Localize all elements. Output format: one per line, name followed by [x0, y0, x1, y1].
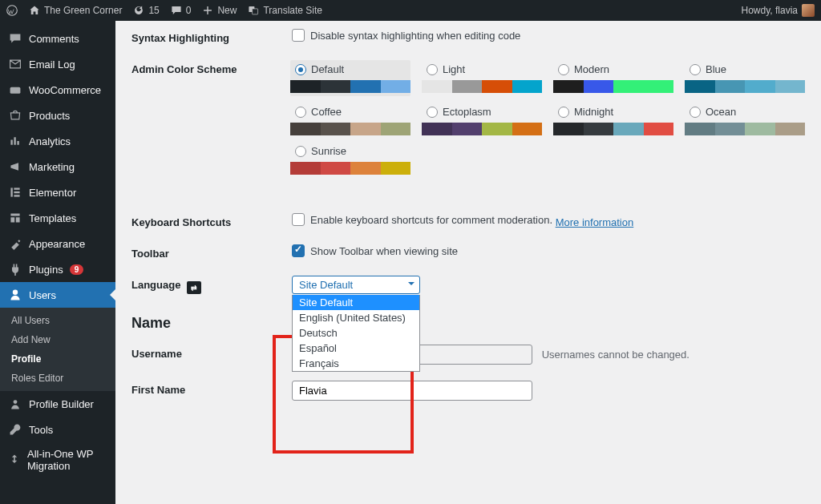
sidebar-item-label: Appearance [29, 238, 85, 250]
scheme-radio[interactable] [690, 64, 701, 75]
scheme-sunrise[interactable]: Sunrise [290, 142, 410, 175]
svg-rect-6 [14, 192, 19, 193]
svg-rect-7 [14, 195, 19, 196]
sidebar-item-marketing[interactable]: Marketing [0, 154, 115, 179]
sidebar-item-profile-builder[interactable]: Profile Builder [0, 391, 115, 417]
sidebar-item-all-in-one-wp-migration[interactable]: All-in-One WP Migration [0, 442, 115, 478]
scheme-ectoplasm[interactable]: Ectoplasm [422, 103, 542, 135]
swatch-row [685, 123, 805, 135]
syntax-checkbox[interactable] [292, 29, 305, 42]
tools-icon [8, 422, 22, 437]
analytics-icon [8, 134, 22, 148]
sidebar-item-woocommerce[interactable]: WooCommerce [0, 77, 115, 103]
sidebar-item-tools[interactable]: Tools [0, 417, 115, 442]
swatch-row [290, 162, 410, 175]
scheme-name: Default [311, 63, 344, 75]
swatch-row [685, 80, 805, 93]
translate-icon: ⇄ [187, 281, 201, 294]
sidebar-item-label: Users [29, 289, 56, 301]
sidebar-item-label: Comments [29, 33, 79, 45]
language-option[interactable]: Français [293, 356, 419, 371]
sidebar-item-plugins[interactable]: Plugins 9 [0, 256, 115, 282]
scheme-radio[interactable] [295, 64, 306, 75]
sidebar-item-comments[interactable]: Comments [0, 26, 115, 51]
badge: 9 [70, 264, 84, 275]
sidebar-item-label: Tools [29, 424, 53, 436]
language-option[interactable]: Español [293, 341, 419, 356]
sidebar-item-email-log[interactable]: Email Log [0, 51, 115, 77]
scheme-radio[interactable] [690, 107, 701, 118]
scheme-label: Admin Color Scheme [131, 60, 290, 75]
updates-link[interactable]: 15 [133, 5, 159, 16]
sidebar-item-products[interactable]: Products [0, 103, 115, 128]
site-name-link[interactable]: The Green Corner [29, 5, 122, 16]
scheme-radio[interactable] [427, 64, 438, 75]
toolbar-label: Toolbar [131, 244, 292, 260]
wp-logo[interactable] [6, 5, 18, 16]
scheme-coffee[interactable]: Coffee [290, 103, 410, 135]
toolbar-checkbox-wrap[interactable]: Show Toolbar when viewing site [292, 244, 458, 257]
scheme-ocean[interactable]: Ocean [685, 103, 805, 135]
avatar [802, 4, 815, 17]
syntax-checkbox-wrap[interactable]: Disable syntax highlighting when editing… [292, 29, 520, 42]
scheme-radio[interactable] [427, 107, 438, 118]
syntax-label: Syntax Highlighting [131, 29, 292, 44]
scheme-radio[interactable] [558, 107, 569, 118]
scheme-modern[interactable]: Modern [553, 60, 673, 96]
svg-rect-3 [10, 87, 21, 94]
language-option[interactable]: Deutsch [293, 325, 419, 341]
comment-icon [171, 5, 182, 16]
all-in-one-wp-migration-icon [8, 453, 21, 467]
scheme-radio[interactable] [558, 64, 569, 75]
translate-link[interactable]: Translate Site [248, 5, 322, 16]
submenu-item-all-users[interactable]: All Users [0, 311, 115, 330]
products-icon [8, 108, 22, 123]
scheme-radio[interactable] [295, 107, 306, 118]
home-icon [29, 5, 40, 16]
toolbar-checkbox[interactable] [292, 244, 305, 257]
scheme-light[interactable]: Light [422, 60, 542, 96]
firstname-field[interactable] [292, 381, 532, 401]
plus-icon [202, 5, 213, 16]
language-option[interactable]: English (United States) [293, 310, 419, 325]
updates-count: 15 [148, 5, 159, 16]
firstname-label: First Name [131, 381, 292, 396]
submenu-item-roles-editor[interactable]: Roles Editor [0, 369, 115, 388]
shortcuts-checkbox[interactable] [292, 213, 305, 226]
language-select[interactable]: Site Default [292, 276, 420, 294]
scheme-name: Ectoplasm [443, 106, 491, 118]
scheme-midnight[interactable]: Midnight [553, 103, 673, 135]
new-link[interactable]: New [202, 5, 237, 16]
sidebar-item-label: Templates [29, 212, 76, 224]
submenu-item-add-new[interactable]: Add New [0, 330, 115, 349]
language-label: Language ⇄ [131, 276, 292, 292]
username-hint: Usernames cannot be changed. [542, 349, 690, 361]
scheme-radio[interactable] [295, 146, 306, 157]
howdy-link[interactable]: Howdy, flavia [742, 4, 815, 17]
shortcuts-more-link[interactable]: More information [556, 216, 634, 228]
users-icon [8, 288, 22, 302]
comments-link[interactable]: 0 [171, 5, 192, 16]
plugins-icon [8, 262, 22, 276]
sidebar-item-label: Products [29, 110, 70, 122]
language-dropdown: Site DefaultEnglish (United States)Deuts… [292, 295, 420, 372]
swatch-row [290, 80, 410, 93]
swatch-row [290, 123, 410, 135]
sidebar-item-analytics[interactable]: Analytics [0, 128, 115, 154]
sidebar-item-templates[interactable]: Templates [0, 205, 115, 231]
refresh-icon [133, 5, 144, 16]
scheme-default[interactable]: Default [290, 60, 410, 96]
sidebar-item-appearance[interactable]: Appearance [0, 231, 115, 256]
shortcuts-checkbox-wrap[interactable]: Enable keyboard shortcuts for comment mo… [292, 213, 552, 226]
language-option[interactable]: Site Default [293, 295, 419, 310]
sidebar-item-label: Email Log [29, 58, 75, 71]
submenu-item-profile[interactable]: Profile [0, 349, 115, 369]
sidebar-item-elementor[interactable]: Elementor [0, 179, 115, 205]
sidebar-item-users[interactable]: Users [0, 282, 115, 308]
username-label: Username [131, 345, 292, 360]
profile-content: Syntax Highlighting Disable syntax highl… [115, 21, 821, 504]
swatch-row [422, 80, 542, 93]
scheme-name: Blue [706, 63, 726, 75]
scheme-blue[interactable]: Blue [685, 60, 805, 96]
shortcuts-label: Keyboard Shortcuts [131, 213, 292, 228]
